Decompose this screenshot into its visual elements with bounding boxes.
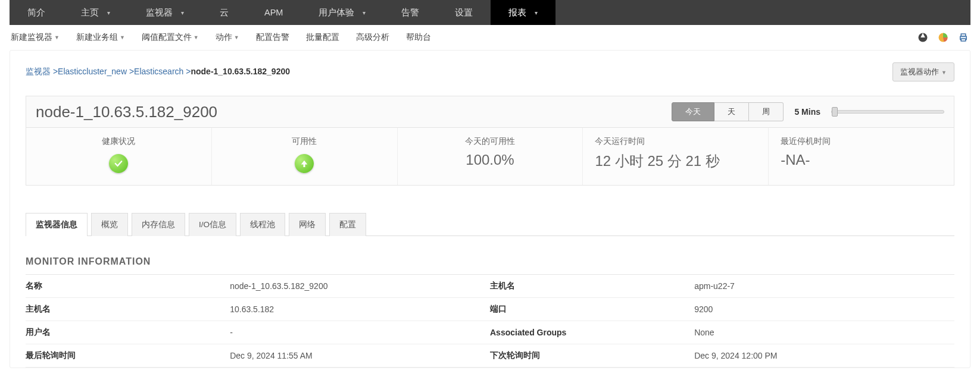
cell-value: Dec 9, 2024 12:00 PM <box>694 344 954 368</box>
time-range-segment: 今天 天 周 <box>672 102 784 121</box>
subnav-actions[interactable]: 动作▼ <box>216 32 239 43</box>
nav-label: 主页 <box>81 7 99 18</box>
subnav-bulk-config[interactable]: 批量配置 <box>306 32 339 43</box>
caret-down-icon: ▼ <box>234 34 239 40</box>
nav-settings[interactable]: 设置 <box>437 0 491 25</box>
table-row: 用户名 - Associated Groups None <box>26 321 954 344</box>
nav-monitors[interactable]: 监视器▾ <box>128 0 202 25</box>
nav-label: 设置 <box>455 7 473 18</box>
interval-label: 5 Mins <box>794 107 820 117</box>
sub-nav-left: 新建监视器▼ 新建业务组▼ 阈值配置文件▼ 动作▼ 配置告警 批量配置 高级分析… <box>11 32 431 43</box>
nav-apm[interactable]: APM <box>246 0 301 25</box>
stat-value: 100.0% <box>410 152 571 168</box>
slider-thumb[interactable] <box>832 107 838 117</box>
nav-label: 报表 <box>508 7 526 18</box>
svg-rect-3 <box>961 34 966 36</box>
nav-intro[interactable]: 简介 <box>10 0 63 25</box>
seg-today[interactable]: 今天 <box>672 102 714 121</box>
main-card: 监视器 >Elasticcluster_new >Elasticsearch >… <box>10 50 970 368</box>
cell-value: 9200 <box>694 298 954 321</box>
nav-reports[interactable]: 报表▾ <box>491 0 555 25</box>
chart-pie-icon[interactable] <box>937 32 949 43</box>
stat-label: 健康状况 <box>38 136 199 147</box>
nav-label: 告警 <box>401 7 419 18</box>
breadcrumb-link[interactable]: 监视器 <box>26 67 51 76</box>
stat-label: 可用性 <box>224 136 385 147</box>
avail-up-icon <box>295 154 314 173</box>
subnav-helpdesk[interactable]: 帮助台 <box>406 32 431 43</box>
tab-overview[interactable]: 概览 <box>91 213 128 236</box>
nav-label: APM <box>264 8 283 17</box>
subnav-label: 高级分析 <box>356 32 389 43</box>
sub-nav-right <box>917 32 969 43</box>
cell-value: node-1_10.63.5.182_9200 <box>230 275 490 298</box>
nav-alert[interactable]: 告警 <box>383 0 437 25</box>
stat-label: 今天的可用性 <box>410 136 571 147</box>
nav-label: 简介 <box>27 7 45 18</box>
caret-down-icon: ▼ <box>54 34 60 40</box>
cell-value: apm-u22-7 <box>694 275 954 298</box>
subnav-new-monitor[interactable]: 新建监视器▼ <box>11 32 60 43</box>
chevron-down-icon: ▾ <box>181 10 184 16</box>
cell-value: 10.63.5.182 <box>230 298 490 321</box>
printer-icon[interactable] <box>957 32 969 43</box>
caret-down-icon: ▼ <box>120 34 125 40</box>
subnav-label: 动作 <box>216 32 232 43</box>
health-ok-icon <box>109 154 128 173</box>
chevron-down-icon: ▾ <box>363 10 366 16</box>
seg-week[interactable]: 周 <box>749 102 784 121</box>
subnav-label: 新建监视器 <box>11 32 52 43</box>
subnav-label: 帮助台 <box>406 32 431 43</box>
cell-value: - <box>230 321 490 344</box>
subnav-config-alert[interactable]: 配置告警 <box>256 32 289 43</box>
stat-label: 最近停机时间 <box>781 136 942 147</box>
chevron-down-icon: ▾ <box>535 10 538 16</box>
subnav-label: 新建业务组 <box>76 32 118 43</box>
tab-memory[interactable]: 内存信息 <box>132 213 185 236</box>
tab-monitor-info[interactable]: 监视器信息 <box>26 213 88 236</box>
subnav-label: 配置告警 <box>256 32 289 43</box>
cell-key: 名称 <box>26 275 230 298</box>
stat-uptime: 今天运行时间 12 小时 25 分 21 秒 <box>583 128 769 185</box>
nav-home[interactable]: 主页▾ <box>63 0 128 25</box>
cell-key: 最后轮询时间 <box>26 344 230 368</box>
breadcrumb-text: Elasticcluster_new <box>58 67 127 76</box>
cell-key: 端口 <box>490 298 694 321</box>
chevron-down-icon: ▾ <box>107 10 110 16</box>
stat-downtime: 最近停机时间 -NA- <box>769 128 954 185</box>
tab-threadpool[interactable]: 线程池 <box>240 213 285 236</box>
subnav-label: 批量配置 <box>306 32 339 43</box>
tab-bar: 监视器信息 概览 内存信息 I/O信息 线程池 网络 配置 <box>26 213 954 236</box>
nav-cloud[interactable]: 云 <box>202 0 246 25</box>
title-controls: 今天 天 周 5 Mins <box>672 102 944 121</box>
tab-config[interactable]: 配置 <box>329 213 366 236</box>
caret-down-icon: ▼ <box>941 70 947 76</box>
breadcrumb: 监视器 >Elasticcluster_new >Elasticsearch >… <box>26 67 290 77</box>
button-label: 监视器动作 <box>900 67 939 76</box>
section-title: MONITOR INFORMATION <box>26 256 954 267</box>
breadcrumb-link[interactable]: Elasticsearch <box>134 67 183 76</box>
table-row: 名称 node-1_10.63.5.182_9200 主机名 apm-u22-7 <box>26 275 954 298</box>
tab-io[interactable]: I/O信息 <box>189 213 236 236</box>
stat-today-avail: 今天的可用性 100.0% <box>398 128 583 185</box>
cell-key: Associated Groups <box>490 321 694 344</box>
title-row: node-1_10.63.5.182_9200 今天 天 周 5 Mins <box>26 96 954 127</box>
caret-down-icon: ▼ <box>193 34 199 40</box>
breadcrumb-row: 监视器 >Elasticcluster_new >Elasticsearch >… <box>26 62 954 81</box>
cell-key: 用户名 <box>26 321 230 344</box>
interval-slider[interactable] <box>831 110 944 114</box>
table-row: 最后轮询时间 Dec 9, 2024 11:55 AM 下次轮询时间 Dec 9… <box>26 344 954 368</box>
monitor-actions-button[interactable]: 监视器动作 ▼ <box>892 62 954 81</box>
info-table-wrap: 名称 node-1_10.63.5.182_9200 主机名 apm-u22-7… <box>26 274 954 368</box>
subnav-adv-analysis[interactable]: 高级分析 <box>356 32 389 43</box>
breadcrumb-link[interactable]: Elasticcluster_new <box>58 67 127 76</box>
cell-key: 主机名 <box>490 275 694 298</box>
subnav-new-group[interactable]: 新建业务组▼ <box>76 32 125 43</box>
tab-network[interactable]: 网络 <box>289 213 326 236</box>
cell-value: Dec 9, 2024 11:55 AM <box>230 344 490 368</box>
subnav-threshold[interactable]: 阈值配置文件▼ <box>142 32 199 43</box>
nav-ux[interactable]: 用户体验▾ <box>301 0 383 25</box>
nav-label: 云 <box>220 7 229 18</box>
aperture-icon[interactable] <box>917 32 929 43</box>
seg-day[interactable]: 天 <box>714 102 749 121</box>
